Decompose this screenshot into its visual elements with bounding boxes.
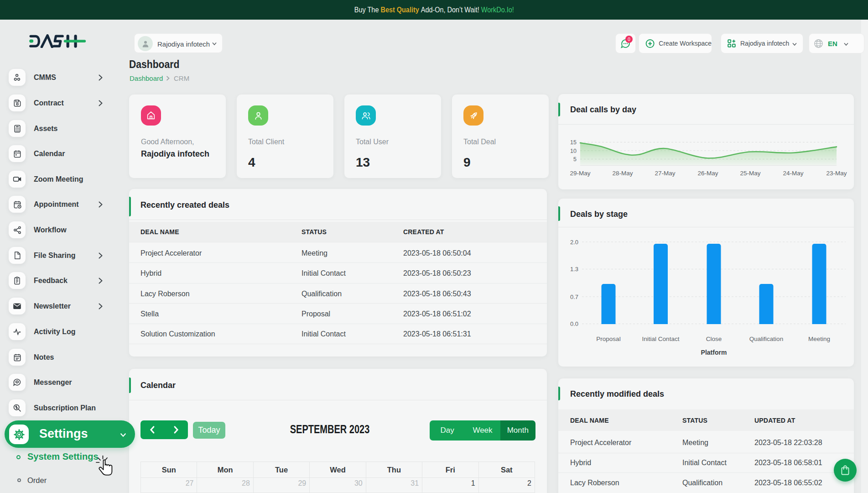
svg-text:Close: Close	[706, 336, 722, 342]
svg-text:Platform: Platform	[701, 349, 727, 356]
svg-text:28-May: 28-May	[612, 170, 633, 177]
svg-text:5: 5	[573, 156, 577, 163]
svg-text:27-May: 27-May	[655, 170, 675, 177]
svg-text:26-May: 26-May	[697, 170, 718, 177]
svg-text:Meeting: Meeting	[808, 336, 830, 342]
svg-text:Proposal: Proposal	[596, 336, 620, 342]
svg-text:10: 10	[570, 148, 577, 154]
svg-text:24-May: 24-May	[783, 170, 803, 177]
svg-text:0.7: 0.7	[570, 294, 578, 300]
svg-text:1.3: 1.3	[570, 266, 578, 273]
svg-text:29-May: 29-May	[570, 170, 590, 177]
svg-text:Qualification: Qualification	[749, 336, 783, 342]
svg-text:15: 15	[570, 139, 577, 146]
svg-text:23-May: 23-May	[826, 170, 847, 177]
svg-text:0.0: 0.0	[570, 320, 578, 327]
svg-text:Initial Contact: Initial Contact	[642, 336, 680, 342]
svg-text:25-May: 25-May	[740, 170, 760, 177]
svg-text:2.0: 2.0	[570, 239, 578, 246]
